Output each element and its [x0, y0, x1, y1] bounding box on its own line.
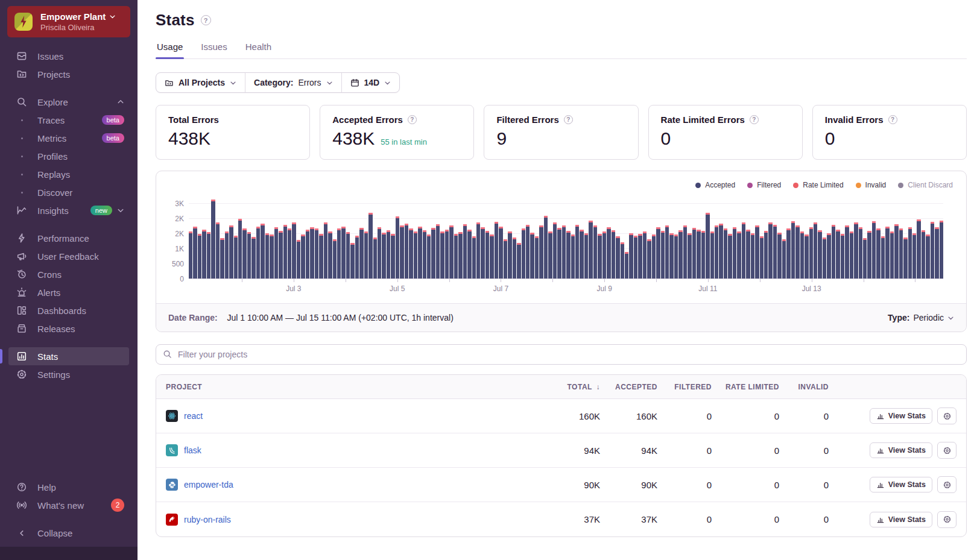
- bullet-slot: [16, 137, 28, 139]
- help-icon[interactable]: ?: [888, 115, 897, 124]
- legend-item-client-discard[interactable]: Client Discard: [898, 181, 953, 189]
- project-link[interactable]: react: [184, 411, 203, 421]
- projects-folder-icon: [165, 78, 174, 87]
- sidebar-item-projects[interactable]: Projects: [8, 65, 129, 83]
- y-axis-tick-label: 500: [160, 260, 184, 268]
- bar: [737, 231, 741, 278]
- bar: [917, 219, 920, 278]
- stat-card-filtered-errors: Filtered Errors?9: [484, 105, 638, 160]
- sidebar-item-alerts[interactable]: Alerts: [8, 283, 129, 301]
- project-link[interactable]: flask: [184, 445, 201, 455]
- bar: [297, 240, 300, 278]
- project-filter-dropdown[interactable]: All Projects: [156, 73, 245, 92]
- help-icon: [16, 482, 28, 492]
- tab-health[interactable]: Health: [244, 42, 273, 58]
- bar-chart-icon: [876, 480, 885, 489]
- sidebar-item-releases[interactable]: Releases: [8, 319, 129, 338]
- bar-chart-icon: [876, 412, 885, 420]
- column-header-accepted[interactable]: ACCEPTED: [600, 383, 657, 391]
- bar: [832, 225, 835, 278]
- view-stats-button[interactable]: View Stats: [870, 512, 932, 527]
- column-header-project[interactable]: PROJECT: [166, 383, 540, 391]
- bar: [368, 213, 372, 278]
- legend-dot: [793, 183, 798, 188]
- project-settings-button[interactable]: [937, 476, 956, 493]
- project-link[interactable]: empower-tda: [184, 480, 233, 489]
- org-switcher[interactable]: Empower Plant Priscila Oliveira: [7, 6, 130, 37]
- sidebar-item-discover[interactable]: Discover: [8, 183, 129, 201]
- help-icon[interactable]: ?: [750, 115, 759, 124]
- sidebar-item-help[interactable]: Help: [8, 478, 129, 496]
- bar: [805, 234, 808, 278]
- column-header-invalid[interactable]: INVALID: [779, 383, 829, 391]
- type-dropdown[interactable]: Type: Periodic: [888, 313, 954, 322]
- gear-icon: [943, 446, 952, 455]
- bar: [445, 230, 449, 278]
- view-stats-button[interactable]: View Stats: [870, 408, 932, 424]
- sidebar-item-insights[interactable]: Insightsnew: [8, 201, 129, 219]
- sidebar-item-dashboards[interactable]: Dashboards: [8, 301, 129, 319]
- help-icon[interactable]: ?: [408, 115, 417, 124]
- x-axis-tick: [760, 279, 760, 282]
- notification-badge: 2: [111, 499, 124, 512]
- stat-card-label: Invalid Errors: [825, 115, 884, 125]
- stat-card-value: 438K: [168, 128, 210, 149]
- sidebar-item-metrics[interactable]: Metricsbeta: [8, 129, 129, 147]
- tab-usage[interactable]: Usage: [156, 42, 184, 58]
- bar: [683, 225, 687, 278]
- page-help-icon[interactable]: ?: [201, 15, 211, 25]
- column-header-total[interactable]: TOTAL ↓: [540, 383, 600, 391]
- legend-item-filtered[interactable]: Filtered: [747, 181, 781, 189]
- legend-item-rate-limited[interactable]: Rate Limited: [793, 181, 843, 189]
- sidebar-item-profiles[interactable]: Profiles: [8, 147, 129, 165]
- stat-card-label: Rate Limited Errors: [661, 115, 745, 125]
- legend-item-accepted[interactable]: Accepted: [695, 181, 735, 189]
- legend-label: Accepted: [705, 181, 735, 189]
- sidebar-item-crons[interactable]: Crons: [8, 265, 129, 283]
- cell-accepted: 90K: [600, 480, 657, 490]
- bar: [418, 227, 422, 278]
- project-search-input[interactable]: [156, 344, 967, 365]
- rails-platform-icon: [166, 514, 178, 526]
- sidebar-item-label: Discover: [37, 187, 72, 198]
- sidebar-item-stats[interactable]: Stats: [8, 347, 129, 365]
- bar: [247, 232, 251, 278]
- bar: [922, 230, 925, 278]
- project-link[interactable]: ruby-on-rails: [184, 515, 231, 524]
- cell-filtered: 0: [657, 411, 712, 421]
- sidebar-item-user-feedback[interactable]: User Feedback: [8, 247, 129, 265]
- project-settings-button[interactable]: [937, 511, 956, 528]
- column-header-rate-limited[interactable]: RATE LIMITED: [712, 383, 779, 391]
- legend-item-invalid[interactable]: Invalid: [856, 181, 887, 189]
- bar: [602, 231, 606, 278]
- collapse-button[interactable]: Collapse: [8, 524, 129, 542]
- bar: [328, 231, 332, 278]
- stat-cards-row: Total Errors438KAccepted Errors?438K55 i…: [156, 105, 967, 160]
- bar: [652, 234, 656, 278]
- bar: [621, 242, 624, 278]
- sidebar-item-issues[interactable]: Issues: [8, 47, 129, 65]
- sidebar-item-explore[interactable]: Explore: [8, 93, 129, 111]
- bar: [207, 232, 210, 278]
- sidebar-item-traces[interactable]: Tracesbeta: [8, 111, 129, 129]
- project-settings-button[interactable]: [937, 442, 956, 459]
- view-stats-button[interactable]: View Stats: [870, 442, 932, 458]
- help-icon[interactable]: ?: [564, 115, 573, 124]
- bar: [405, 224, 408, 278]
- date-range-dropdown[interactable]: 14D: [341, 73, 400, 92]
- category-filter-dropdown[interactable]: Category: Errors: [245, 73, 341, 92]
- view-stats-button[interactable]: View Stats: [870, 477, 932, 492]
- org-name: Empower Plant: [40, 11, 106, 22]
- sidebar-item-replays[interactable]: Replays: [8, 165, 129, 183]
- project-settings-button[interactable]: [937, 407, 956, 424]
- x-axis-tick: [242, 279, 242, 282]
- sidebar-item-performance[interactable]: Performance: [8, 229, 129, 247]
- tab-issues[interactable]: Issues: [200, 42, 228, 58]
- x-axis-tick-label: Jul 11: [698, 285, 717, 293]
- chart-bars[interactable]: [189, 198, 943, 278]
- sidebar-item-what-s-new[interactable]: What's new2: [8, 496, 129, 514]
- sidebar-item-label: Dashboards: [37, 306, 86, 316]
- y-axis-tick-label: 2K: [160, 215, 184, 223]
- sidebar-item-settings[interactable]: Settings: [8, 365, 129, 383]
- column-header-filtered[interactable]: FILTERED: [657, 383, 712, 391]
